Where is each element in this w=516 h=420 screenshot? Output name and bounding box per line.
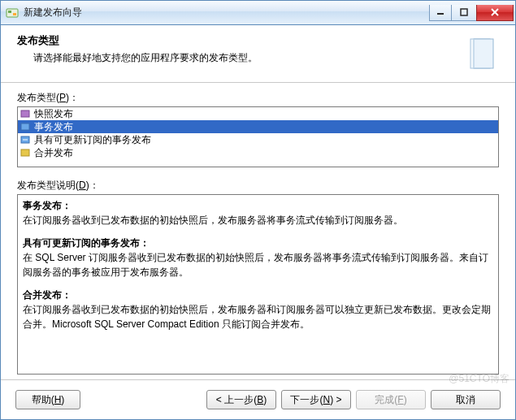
wizard-footer: 帮助(H) < 上一步(B) 下一步(N) > 完成(F) 取消 <box>1 379 515 419</box>
next-button[interactable]: 下一步(N) > <box>281 390 351 409</box>
merge-icon <box>20 147 31 158</box>
description-body: 在订阅服务器收到已发布数据的初始快照后，发布服务器将事务流式传输到订阅服务器。 <box>23 213 493 227</box>
description-heading: 合并发布： <box>23 288 493 302</box>
window-controls <box>430 5 514 21</box>
wizard-content: 发布类型(P)： 快照发布事务发布具有可更新订阅的事务发布合并发布 发布类型说明… <box>1 83 515 379</box>
type-list-label: 发布类型(P)： <box>17 91 499 105</box>
description-body: 在 SQL Server 订阅服务器收到已发布数据的初始快照后，发布服务器将事务… <box>23 250 493 279</box>
list-item[interactable]: 具有可更新订阅的事务发布 <box>18 133 498 146</box>
wizard-window: 新建发布向导 发布类型 请选择能最好地支持您的应用程序要求的发布类型。 <box>0 0 516 420</box>
cancel-button[interactable]: 取消 <box>431 390 501 409</box>
list-item[interactable]: 快照发布 <box>18 107 498 120</box>
svg-rect-13 <box>21 149 29 156</box>
transaction-icon <box>20 121 31 132</box>
description-textbox[interactable]: 事务发布：在订阅服务器收到已发布数据的初始快照后，发布服务器将事务流式传输到订阅… <box>17 194 499 375</box>
list-item-label: 合并发布 <box>34 146 73 160</box>
minimize-button[interactable] <box>429 5 452 21</box>
list-item[interactable]: 事务发布 <box>18 120 498 133</box>
page-title: 发布类型 <box>17 33 462 48</box>
svg-rect-4 <box>461 9 467 15</box>
updatable-transaction-icon <box>20 134 31 145</box>
svg-rect-2 <box>13 13 16 15</box>
list-item-label: 事务发布 <box>34 120 73 134</box>
app-icon <box>6 6 19 19</box>
list-item-label: 具有可更新订阅的事务发布 <box>34 133 151 147</box>
maximize-button[interactable] <box>451 5 477 21</box>
help-button[interactable]: 帮助(H) <box>15 390 80 409</box>
header-graphic-icon <box>462 33 502 74</box>
list-item-label: 快照发布 <box>34 107 73 121</box>
description-section: 发布类型说明(D)： 事务发布：在订阅服务器收到已发布数据的初始快照后，发布服务… <box>17 179 499 375</box>
description-heading: 具有可更新订阅的事务发布： <box>23 236 493 250</box>
description-body: 在订阅服务器收到已发布数据的初始快照后，发布服务器和订阅服务器可以独立更新已发布… <box>23 302 493 331</box>
description-heading: 事务发布： <box>23 198 493 213</box>
snapshot-icon <box>20 108 31 119</box>
page-subtitle: 请选择能最好地支持您的应用程序要求的发布类型。 <box>17 51 462 65</box>
close-button[interactable] <box>476 5 514 21</box>
svg-rect-10 <box>21 110 29 117</box>
list-item[interactable]: 合并发布 <box>18 146 498 159</box>
svg-rect-1 <box>8 11 11 13</box>
titlebar: 新建发布向导 <box>1 1 515 25</box>
finish-button[interactable]: 完成(F) <box>356 390 426 409</box>
publication-type-listbox[interactable]: 快照发布事务发布具有可更新订阅的事务发布合并发布 <box>17 106 499 167</box>
back-button[interactable]: < 上一步(B) <box>206 390 276 409</box>
svg-rect-8 <box>474 39 493 68</box>
wizard-header: 发布类型 请选择能最好地支持您的应用程序要求的发布类型。 <box>1 25 515 83</box>
svg-rect-11 <box>21 123 29 130</box>
window-title: 新建发布向导 <box>24 6 430 19</box>
description-label: 发布类型说明(D)： <box>17 179 499 193</box>
